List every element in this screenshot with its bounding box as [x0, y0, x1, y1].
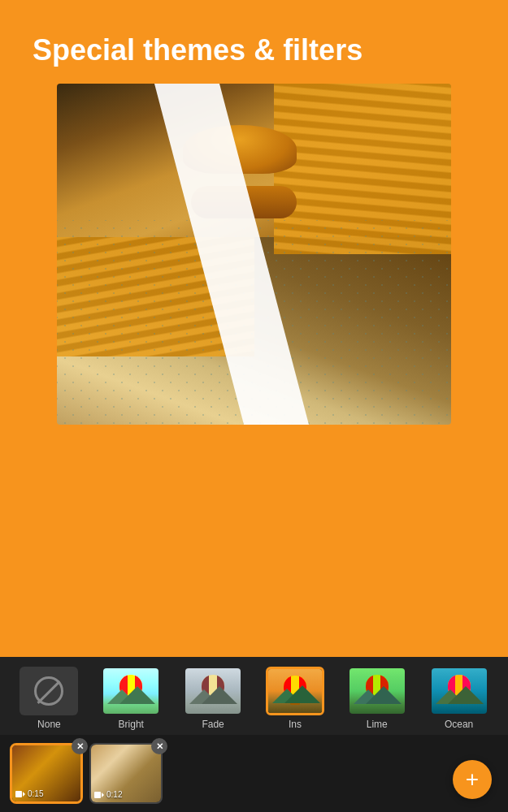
food-image — [57, 84, 451, 425]
filter-lime[interactable]: Lime — [337, 667, 416, 730]
thumb2-close-button[interactable]: ✕ — [151, 738, 167, 754]
thumb1-duration: 0:15 — [15, 789, 43, 798]
thumb-wrapper-2: 0:12 ✕ — [89, 743, 163, 804]
thumbnail-2[interactable]: 0:12 — [89, 743, 163, 804]
filter-ins-thumb — [266, 667, 324, 715]
header: Special themes & filters — [0, 0, 508, 84]
filter-fade[interactable]: Fade — [174, 667, 253, 730]
add-clip-button[interactable]: + — [453, 760, 492, 799]
thumb-wrapper-1: 0:15 ✕ — [10, 743, 83, 804]
fade-mountains — [185, 689, 241, 704]
filter-ocean-label: Ocean — [445, 719, 473, 730]
filter-none-label: None — [37, 719, 61, 730]
wrapper-pattern — [57, 220, 451, 425]
bright-mountains — [103, 689, 158, 704]
page-title: Special themes & filters — [33, 32, 475, 67]
lime-scene — [350, 668, 405, 714]
thumbnail-strip: 0:15 ✕ 0:12 ✕ + — [0, 735, 508, 812]
none-icon — [34, 676, 63, 706]
filter-ocean[interactable]: Ocean — [419, 667, 498, 730]
main-preview — [57, 84, 451, 425]
ins-mountains — [268, 689, 322, 703]
mountain2 — [448, 686, 484, 704]
filter-lime-label: Lime — [367, 719, 388, 730]
ocean-scene — [432, 668, 487, 714]
thumb1-close-button[interactable]: ✕ — [72, 738, 88, 754]
lime-mountains — [350, 689, 405, 704]
filter-ins-label: Ins — [289, 719, 302, 730]
filter-bright-thumb — [102, 667, 160, 715]
filter-ocean-thumb — [430, 667, 488, 715]
filter-row: None — [0, 657, 508, 735]
ins-scene — [268, 669, 322, 713]
filter-ins[interactable]: Ins — [255, 667, 334, 730]
ocean-mountains — [432, 689, 487, 704]
svg-marker-1 — [23, 792, 25, 797]
filter-fade-label: Fade — [202, 719, 224, 730]
fade-scene — [185, 668, 241, 714]
filter-none-thumb — [20, 667, 78, 715]
svg-rect-2 — [94, 792, 101, 798]
burger-bun-bottom — [191, 186, 297, 218]
thumbnail-1[interactable]: 0:15 — [10, 743, 83, 804]
mountain2 — [119, 686, 155, 704]
bottom-panel: None — [0, 657, 508, 812]
filter-lime-thumb — [348, 667, 406, 715]
mountain2 — [366, 686, 402, 704]
video-icon-1 — [15, 790, 25, 798]
filter-bright-label: Bright — [119, 719, 144, 730]
mountain2 — [202, 686, 237, 704]
svg-marker-3 — [102, 793, 104, 797]
bright-scene — [103, 668, 158, 714]
svg-rect-0 — [15, 791, 22, 797]
video-icon-2 — [94, 791, 104, 799]
filter-none[interactable]: None — [10, 667, 89, 730]
thumb2-duration: 0:12 — [94, 790, 122, 799]
filter-bright[interactable]: Bright — [92, 667, 171, 730]
burger-bun-top — [183, 125, 297, 174]
filter-fade-thumb — [184, 667, 242, 715]
mountain2 — [284, 685, 320, 703]
